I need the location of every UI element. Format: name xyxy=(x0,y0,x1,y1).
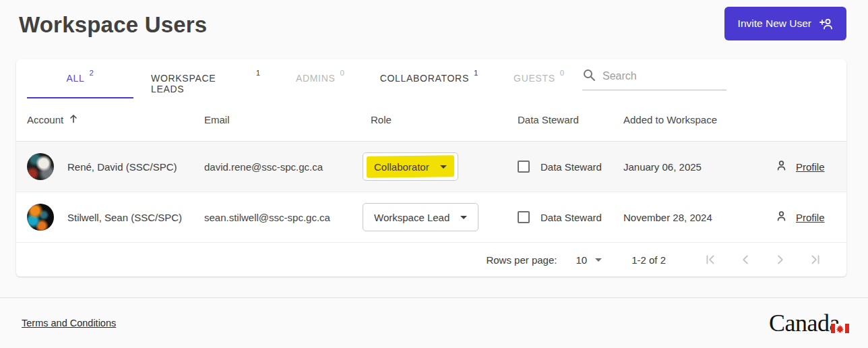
tabs-bar: ALL 2 WORKSPACE LEADS 1 ADMINS 0 COLLABO… xyxy=(16,59,846,98)
person-add-icon xyxy=(818,16,833,31)
active-tab-underline xyxy=(27,97,133,98)
canada-wordmark-text: Canada xyxy=(769,310,840,337)
rows-per-page-label: Rows per page: xyxy=(486,254,557,266)
tab-workspace-leads[interactable]: WORKSPACE LEADS 1 xyxy=(133,59,278,98)
user-email: sean.stilwell@ssc-spc.gc.ca xyxy=(204,212,371,223)
tab-guests[interactable]: GUESTS 0 xyxy=(496,59,582,98)
tab-guests-count: 0 xyxy=(560,69,565,77)
search-icon xyxy=(582,68,596,84)
next-page-button[interactable] xyxy=(763,246,798,273)
column-header-added: Added to Workspace xyxy=(623,114,775,125)
page-title: Workspace Users xyxy=(19,12,207,38)
column-header-account[interactable]: Account xyxy=(27,114,204,125)
canada-flag-icon xyxy=(831,311,849,339)
tab-admins-count: 0 xyxy=(340,69,345,77)
table-header-row: Account Email Role Data Steward Added to… xyxy=(16,98,846,142)
avatar xyxy=(27,153,54,180)
page-footer: Terms and Conditions Canada xyxy=(0,297,868,348)
tab-admins-label: ADMINS xyxy=(296,73,336,84)
tab-all-count: 2 xyxy=(89,69,94,77)
actions-cell: Profile xyxy=(775,159,836,174)
role-dropdown[interactable]: Workspace Lead xyxy=(363,203,478,231)
users-card: ALL 2 WORKSPACE LEADS 1 ADMINS 0 COLLABO… xyxy=(16,59,846,277)
table-row: Stilwell, Sean (SSC/SPC) sean.stilwell@s… xyxy=(16,192,846,243)
user-email: david.rene@ssc-spc.gc.ca xyxy=(204,161,371,173)
first-page-button[interactable] xyxy=(693,246,728,273)
tab-admins[interactable]: ADMINS 0 xyxy=(278,59,363,98)
pagination-bar: Rows per page: 10 1-2 of 2 xyxy=(16,243,846,277)
role-cell: Collaborator xyxy=(371,152,518,181)
chevron-down-icon xyxy=(440,165,447,169)
previous-page-button[interactable] xyxy=(728,246,763,273)
tab-all-label: ALL xyxy=(66,73,84,84)
canada-wordmark: Canada xyxy=(769,309,845,337)
chevron-down-icon xyxy=(595,258,602,262)
tab-workspace-leads-label: WORKSPACE LEADS xyxy=(151,73,251,94)
person-icon xyxy=(775,210,788,225)
data-steward-checkbox[interactable] xyxy=(518,211,530,223)
role-value: Collaborator xyxy=(374,161,429,173)
page-header: Workspace Users Invite New User xyxy=(0,0,868,59)
account-cell: René, David (SSC/SPC) xyxy=(27,153,204,180)
table-row: René, David (SSC/SPC) david.rene@ssc-spc… xyxy=(16,142,846,192)
data-steward-cell: Data Steward xyxy=(518,161,623,173)
profile-link[interactable]: Profile xyxy=(796,161,825,173)
column-header-role: Role xyxy=(371,114,518,125)
profile-link[interactable]: Profile xyxy=(796,212,825,223)
column-header-data-steward: Data Steward xyxy=(518,114,623,125)
chevron-down-icon xyxy=(460,216,467,219)
actions-cell: Profile xyxy=(775,210,836,225)
column-header-email: Email xyxy=(204,114,371,125)
pagination-range: 1-2 of 2 xyxy=(631,254,666,266)
tab-collaborators-count: 1 xyxy=(474,69,478,77)
data-steward-checkbox[interactable] xyxy=(518,161,530,173)
rows-per-page-select[interactable]: 10 xyxy=(576,254,602,266)
last-page-button[interactable] xyxy=(798,246,833,273)
data-steward-cell: Data Steward xyxy=(518,211,623,223)
search-input[interactable] xyxy=(602,70,717,82)
user-name: Stilwell, Sean (SSC/SPC) xyxy=(67,212,182,223)
rows-per-page-value: 10 xyxy=(576,254,587,266)
added-date: January 06, 2025 xyxy=(623,161,775,173)
terms-and-conditions-link[interactable]: Terms and Conditions xyxy=(22,318,116,328)
role-cell: Workspace Lead xyxy=(371,203,518,231)
role-dropdown[interactable]: Collaborator xyxy=(363,152,458,181)
role-value: Workspace Lead xyxy=(374,212,450,223)
sort-ascending-icon xyxy=(69,114,78,125)
user-name: René, David (SSC/SPC) xyxy=(67,161,177,173)
avatar xyxy=(27,204,54,231)
added-date: November 28, 2024 xyxy=(623,212,775,223)
person-icon xyxy=(775,159,788,174)
invite-new-user-label: Invite New User xyxy=(738,18,811,30)
invite-new-user-button[interactable]: Invite New User xyxy=(724,7,846,40)
tab-collaborators-label: COLLABORATORS xyxy=(380,73,469,84)
tab-all[interactable]: ALL 2 xyxy=(27,59,133,98)
search-box xyxy=(582,68,726,90)
tab-guests-label: GUESTS xyxy=(514,73,555,84)
tab-collaborators[interactable]: COLLABORATORS 1 xyxy=(363,59,496,98)
data-steward-label: Data Steward xyxy=(540,212,602,223)
tab-workspace-leads-count: 1 xyxy=(256,69,261,77)
account-cell: Stilwell, Sean (SSC/SPC) xyxy=(27,204,204,231)
data-steward-label: Data Steward xyxy=(540,161,602,173)
